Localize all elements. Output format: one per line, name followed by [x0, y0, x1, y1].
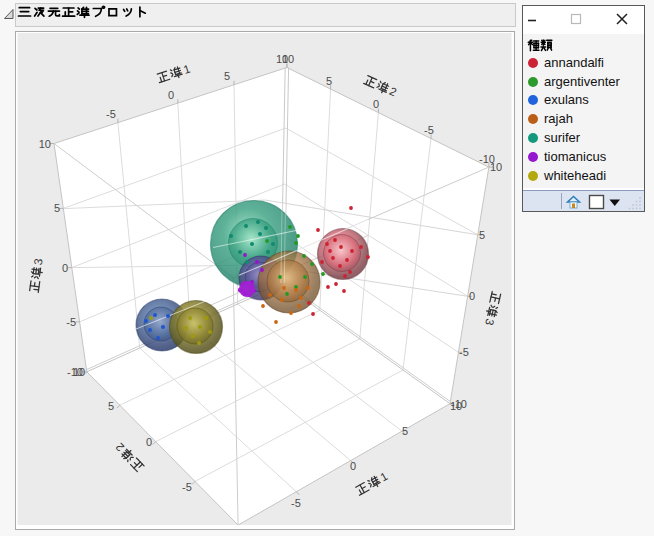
svg-text:0: 0	[373, 98, 379, 110]
svg-text:5: 5	[402, 425, 408, 437]
svg-text:-5: -5	[66, 316, 76, 328]
svg-text:0: 0	[469, 290, 475, 302]
svg-text:-5: -5	[291, 497, 301, 509]
svg-text:0: 0	[168, 89, 174, 101]
svg-text:0: 0	[350, 460, 356, 472]
svg-text:10: 10	[490, 161, 502, 173]
svg-text:5: 5	[224, 70, 230, 82]
svg-text:0: 0	[62, 262, 68, 274]
svg-text:-5: -5	[424, 124, 434, 136]
svg-text:10: 10	[39, 138, 51, 150]
svg-text:-5: -5	[459, 346, 469, 358]
svg-text:5: 5	[108, 400, 114, 412]
svg-text:10: 10	[73, 366, 85, 378]
svg-text:-5: -5	[106, 108, 116, 120]
svg-text:5: 5	[54, 202, 60, 214]
svg-text:10: 10	[450, 400, 462, 412]
svg-text:5: 5	[326, 75, 332, 87]
svg-text:-5: -5	[182, 481, 192, 493]
svg-text:5: 5	[479, 229, 485, 241]
svg-text:10: 10	[282, 53, 294, 65]
svg-text:0: 0	[146, 436, 152, 448]
